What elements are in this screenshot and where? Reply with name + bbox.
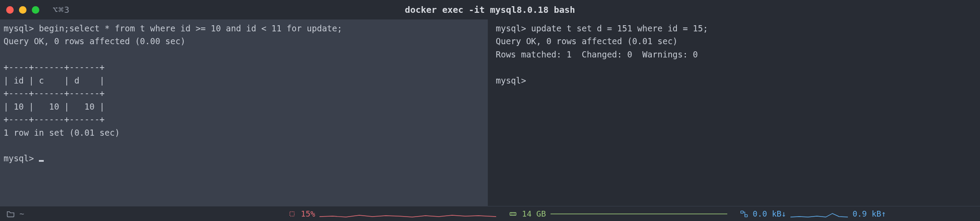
minimize-window-button[interactable]	[19, 6, 27, 14]
network-icon	[740, 210, 748, 218]
terminal-pane-right[interactable]: mysql> update t set d = 151 where id = 1…	[488, 19, 980, 206]
zoom-window-button[interactable]	[32, 6, 39, 14]
folder-icon	[6, 210, 15, 218]
memory-icon	[509, 210, 517, 218]
cpu-value: 15%	[301, 209, 315, 218]
memory-value: 14 GB	[522, 209, 546, 218]
status-cwd: ~	[6, 209, 24, 218]
terminal-pane-left[interactable]: mysql> begin;select * from t where id >=…	[0, 19, 488, 206]
cpu-icon	[288, 210, 296, 218]
window-title: docker exec -it mysql8.0.18 bash	[405, 4, 575, 15]
close-window-button[interactable]	[6, 6, 14, 14]
tab-shortcut-label: ⌥⌘3	[53, 4, 70, 15]
cpu-sparkline	[319, 210, 496, 218]
cursor-icon	[39, 160, 44, 162]
traffic-lights	[6, 6, 39, 14]
memory-sparkline	[551, 210, 727, 218]
titlebar: ⌥⌘3 docker exec -it mysql8.0.18 bash	[0, 0, 980, 19]
cwd-text: ~	[19, 209, 24, 218]
statusbar: ~ 15% 14 GB 0.0 kB↓ 0.	[0, 206, 980, 221]
split-panes: mysql> begin;select * from t where id >=…	[0, 19, 980, 206]
network-download-value: 0.0 kB↓	[753, 209, 786, 218]
svg-rect-5	[741, 211, 743, 213]
status-memory: 14 GB	[509, 209, 727, 218]
status-network: 0.0 kB↓ 0.9 kB↑	[740, 209, 886, 218]
network-upload-value: 0.9 kB↑	[852, 209, 886, 218]
network-sparkline	[790, 210, 848, 218]
status-cpu: 15%	[288, 209, 497, 218]
svg-rect-6	[744, 214, 747, 217]
svg-rect-0	[290, 212, 294, 216]
terminal-output-right: mysql> update t set d = 151 where id = 1…	[496, 23, 708, 85]
terminal-output-left: mysql> begin;select * from t where id >=…	[4, 23, 342, 163]
